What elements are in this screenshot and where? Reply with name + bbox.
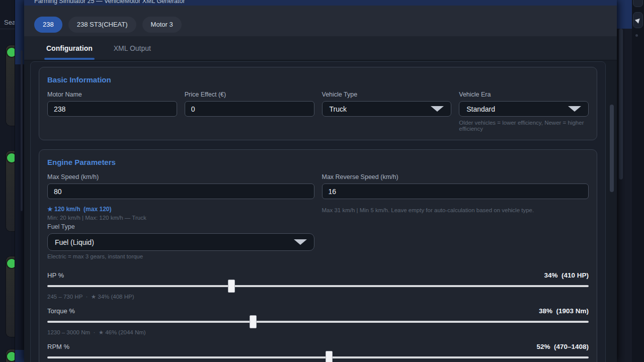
rpm-slider-thumb[interactable]: [326, 351, 333, 362]
torque-slider-hint: 1230 – 3000 Nm · ★ 46% (2044 Nm): [47, 329, 589, 336]
status-dot-icon: [7, 48, 15, 57]
basic-information-card: Basic Information Motor Name Price Effec…: [39, 67, 597, 140]
toolbar-button-partial[interactable]: [633, 0, 643, 7]
status-dot-icon: [7, 259, 15, 268]
vehicle-type-label: Vehicle Type: [322, 91, 452, 98]
rpm-slider-value: 52% (470–1408): [536, 343, 589, 350]
tab-xml-output[interactable]: XML Output: [112, 36, 153, 60]
modal-scrollbar[interactable]: [610, 105, 614, 192]
motor-name-group: Motor Name: [47, 91, 177, 132]
list-item[interactable]: [6, 349, 15, 362]
hp-slider-value: 34% (410 HP): [544, 272, 589, 279]
hp-slider-block: HP % 34% (410 HP) 245 – 730 HP · ★ 34% (…: [47, 272, 589, 300]
max-speed-column: Max Speed (km/h) ★ 120 km/h (max 120) Mi…: [47, 173, 314, 259]
max-reverse-speed-label: Max Reverse Speed (km/h): [322, 173, 589, 180]
list-item[interactable]: [6, 45, 15, 126]
tab-xml-output-label: XML Output: [114, 44, 151, 52]
motor-tabs-bar: 238 238 ST3(CHEAT) Motor 3: [24, 6, 617, 36]
chevron-down-icon: [431, 106, 444, 112]
torque-slider-value: 38% (1903 Nm): [539, 307, 589, 315]
rpm-slider-label: RPM %: [47, 343, 69, 350]
hp-slider-hint: 245 – 730 HP · ★ 34% (408 HP): [47, 293, 589, 300]
modal-titlebar[interactable]: Farming Simulator 25 — VehicleMotor XML …: [24, 0, 617, 6]
vehicle-era-hint: Older vehicles = lower efficiency, Newer…: [459, 120, 589, 132]
background-scrollbar[interactable]: [619, 29, 623, 179]
background-accent-top: [15, 0, 25, 64]
send-arrow-icon: [634, 17, 641, 23]
vehicle-era-select[interactable]: Standard: [459, 101, 589, 117]
status-dot-icon: [7, 153, 15, 162]
background-header-edge: [617, 0, 632, 29]
motor-tab-238-st3-cheat[interactable]: 238 ST3(CHEAT): [68, 17, 136, 33]
max-speed-input[interactable]: [47, 184, 314, 199]
price-effect-group: Price Effect (€): [185, 91, 314, 132]
background-scrollbar[interactable]: [21, 50, 23, 211]
hp-slider-label: HP %: [47, 272, 64, 279]
motor-tab-motor-3[interactable]: Motor 3: [142, 17, 182, 33]
chevron-down-icon: [294, 239, 307, 245]
divider: [0, 29, 15, 29]
sliders-section: HP % 34% (410 HP) 245 – 730 HP · ★ 34% (…: [47, 272, 589, 362]
fuel-type-select[interactable]: Fuel (Liquid): [47, 233, 314, 251]
torque-slider-thumb[interactable]: [250, 315, 257, 328]
motor-tab-238[interactable]: 238: [34, 17, 62, 33]
tab-configuration[interactable]: Configuration: [44, 36, 95, 60]
configuration-panel: Basic Information Motor Name Price Effec…: [30, 61, 606, 362]
max-speed-hint: Min: 20 km/h | Max: 120 km/h — Truck: [47, 215, 314, 221]
status-dot-icon: [7, 352, 15, 361]
price-effect-label: Price Effect (€): [185, 91, 314, 98]
torque-slider-block: Torque % 38% (1903 Nm) 1230 – 3000 Nm · …: [47, 307, 589, 336]
active-tab-underline: [44, 58, 95, 60]
price-effect-input[interactable]: [185, 101, 314, 117]
vehicle-type-select[interactable]: Truck: [322, 101, 452, 117]
basic-information-title: Basic Information: [47, 75, 589, 84]
torque-slider-label: Torque %: [47, 307, 75, 315]
fuel-type-label: Fuel Type: [47, 223, 314, 230]
chevron-down-icon: [568, 106, 581, 112]
rpm-slider[interactable]: [47, 356, 589, 358]
background-window-right: [617, 0, 632, 362]
background-accent-bottom: [15, 350, 25, 362]
list-item[interactable]: [6, 256, 15, 337]
vehicle-type-group: Vehicle Type Truck: [322, 91, 452, 132]
vehicle-era-label: Vehicle Era: [459, 91, 589, 98]
max-reverse-speed-input[interactable]: [322, 184, 589, 199]
max-speed-label: Max Speed (km/h): [47, 173, 314, 180]
torque-slider[interactable]: [47, 321, 589, 323]
fuel-type-value: Fuel (Liquid): [55, 238, 94, 246]
hp-slider-thumb[interactable]: [228, 280, 235, 293]
motor-name-label: Motor Name: [47, 91, 177, 98]
send-button[interactable]: [633, 12, 643, 28]
configuration-content: Basic Information Motor Name Price Effec…: [24, 60, 617, 362]
vehiclemotor-generator-window: Farming Simulator 25 — VehicleMotor XML …: [24, 0, 617, 362]
engine-parameters-title: Engine Parameters: [47, 158, 589, 166]
vehicle-type-value: Truck: [330, 105, 347, 113]
hp-slider[interactable]: [47, 285, 589, 287]
max-reverse-speed-hint: Max 31 km/h | Min 5 km/h. Leave empty fo…: [322, 207, 589, 213]
motor-name-input[interactable]: [47, 101, 177, 117]
window-title: Farming Simulator 25 — VehicleMotor XML …: [34, 0, 185, 5]
dot-icon: [635, 34, 638, 37]
background-window-left: Search: [0, 0, 15, 362]
view-tabs-bar: Configuration XML Output: [24, 36, 617, 60]
background-toolbar: [632, 0, 644, 362]
max-speed-note: ★ 120 km/h (max 120): [47, 206, 314, 213]
vehicle-era-value: Standard: [466, 105, 495, 113]
engine-parameters-card: Engine Parameters Max Speed (km/h) ★ 120…: [39, 149, 597, 362]
search-label: Search: [4, 19, 15, 26]
tab-configuration-label: Configuration: [46, 44, 93, 52]
vehicle-era-group: Vehicle Era Standard Older vehicles = lo…: [459, 91, 589, 132]
list-item[interactable]: [6, 151, 15, 231]
background-panel-edge: [15, 0, 24, 362]
rpm-slider-block: RPM % 52% (470–1408) 550 – 2200 RPM · ★ …: [47, 343, 589, 362]
max-reverse-column: Max Reverse Speed (km/h) Max 31 km/h | M…: [322, 173, 589, 259]
fuel-type-hint: Electric = max 3 gears, instant torque: [47, 253, 314, 259]
